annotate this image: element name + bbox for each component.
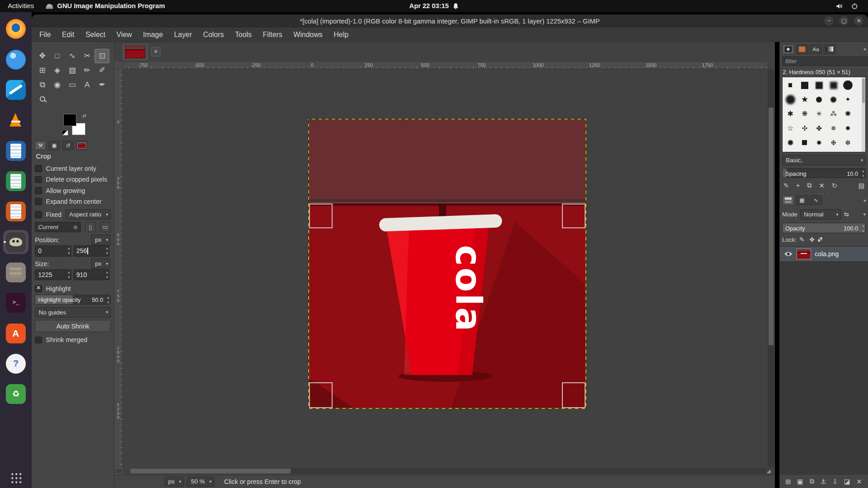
- tab-tool-options[interactable]: ⚒: [35, 141, 46, 150]
- lock-pixels-icon[interactable]: ✎: [799, 236, 804, 243]
- tool-paintbrush[interactable]: ✐: [94, 63, 109, 78]
- zoom-dropdown[interactable]: 50 %: [187, 477, 214, 487]
- minimize-button[interactable]: −: [824, 16, 834, 26]
- brush-item[interactable]: ✻: [841, 136, 855, 150]
- layer-name[interactable]: cola.png: [815, 250, 839, 258]
- position-unit-dropdown[interactable]: px: [91, 235, 111, 245]
- brush-item[interactable]: ☆: [783, 121, 797, 136]
- tab-brushes[interactable]: [782, 44, 794, 54]
- brush-item[interactable]: ✸: [841, 121, 855, 136]
- highlight-checkbox[interactable]: [35, 285, 42, 292]
- tool-eraser[interactable]: ▭: [65, 77, 80, 92]
- tab-gradients[interactable]: [824, 44, 836, 54]
- menu-edit[interactable]: Edit: [57, 28, 80, 42]
- tab-image-thumb[interactable]: [76, 141, 87, 150]
- layer-row[interactable]: cola.png: [780, 247, 868, 262]
- vertical-scrollbar[interactable]: [768, 70, 774, 467]
- add-layer-mask-icon[interactable]: ◪: [844, 478, 850, 485]
- brush-item[interactable]: ✱: [783, 107, 797, 121]
- highlight-opacity-slider[interactable]: Highlight opacity 50.0: [35, 295, 111, 305]
- focused-app-indicator[interactable]: GNU Image Manipulation Program: [45, 2, 165, 9]
- auto-shrink-button[interactable]: Auto Shrink: [35, 320, 111, 332]
- brush-item[interactable]: [812, 78, 826, 93]
- tool-unified-transform[interactable]: ⊞: [35, 63, 50, 78]
- tool-text[interactable]: A: [80, 77, 94, 92]
- dock-item-terminal[interactable]: >_: [3, 291, 28, 315]
- menu-file[interactable]: File: [34, 28, 57, 42]
- size-height-field[interactable]: 910: [73, 269, 110, 280]
- menu-colors[interactable]: Colors: [198, 28, 229, 42]
- current-layer-only-checkbox[interactable]: [35, 165, 42, 172]
- dock-item-vscode[interactable]: [3, 78, 28, 102]
- guides-dropdown[interactable]: No guides: [35, 307, 111, 318]
- brush-item[interactable]: ✣: [797, 121, 812, 136]
- dock-item-software-updater[interactable]: ♻: [3, 382, 28, 406]
- allow-growing-checkbox[interactable]: [35, 187, 42, 194]
- shrink-merged-checkbox[interactable]: [35, 337, 42, 344]
- tool-free-select[interactable]: ∿: [65, 49, 80, 63]
- ruler-corner[interactable]: [114, 62, 123, 69]
- menu-view[interactable]: View: [111, 28, 137, 42]
- maximize-button[interactable]: ▢: [839, 16, 849, 26]
- open-brush-as-image-icon[interactable]: ▤: [859, 182, 865, 189]
- dock-item-libreoffice-impress[interactable]: [3, 200, 28, 224]
- brush-item[interactable]: [797, 136, 812, 150]
- spin-arrows[interactable]: [107, 295, 109, 305]
- dock-item-libreoffice-writer[interactable]: [3, 139, 28, 163]
- brush-filter-input[interactable]: [782, 56, 868, 66]
- gimp-title-bar[interactable]: *[cola] (imported)-1.0 (RGB color 8-bit …: [32, 14, 868, 28]
- brush-item[interactable]: [783, 136, 797, 150]
- brush-item[interactable]: [826, 93, 841, 107]
- delete-cropped-pixels-checkbox[interactable]: [35, 176, 42, 183]
- position-y-field[interactable]: 256: [73, 245, 110, 256]
- dock-item-app-center[interactable]: A: [3, 321, 28, 345]
- image-tab-close-button[interactable]: ✕: [151, 47, 160, 56]
- brush-item[interactable]: ★: [797, 93, 812, 107]
- tab-patterns[interactable]: [796, 44, 808, 54]
- menu-image[interactable]: Image: [137, 28, 169, 42]
- tab-channels[interactable]: ▦: [796, 195, 808, 205]
- dock-menu-icon[interactable]: ◂: [863, 46, 866, 52]
- dock-item-help[interactable]: ?: [3, 352, 28, 376]
- mode-switch-icon[interactable]: ⇆: [844, 211, 849, 218]
- aspect-ratio-entry[interactable]: Current ⊗: [35, 222, 81, 232]
- menu-filters[interactable]: Filters: [257, 28, 288, 42]
- dock-grip[interactable]: [782, 189, 866, 195]
- swap-colors-icon[interactable]: ⇄: [82, 113, 86, 119]
- tool-pencil[interactable]: ✏: [80, 63, 94, 78]
- tool-paths[interactable]: ✒: [94, 77, 109, 92]
- dock-item-thunderbird[interactable]: [3, 47, 28, 71]
- landscape-orientation-button[interactable]: ▭: [100, 222, 111, 232]
- position-x-field[interactable]: 0: [35, 245, 71, 256]
- tab-layers[interactable]: [782, 195, 794, 205]
- quick-mask-toggle[interactable]: [115, 468, 123, 474]
- edit-brush-icon[interactable]: ✎: [783, 182, 788, 189]
- mode-menu-icon[interactable]: ▾: [863, 211, 866, 217]
- size-width-field[interactable]: 1225: [35, 269, 71, 280]
- clock-button[interactable]: Apr 22 03:15: [409, 2, 458, 9]
- brush-item[interactable]: ✦: [841, 93, 855, 107]
- new-layer-icon[interactable]: ⊞: [785, 478, 791, 485]
- tool-clone[interactable]: ⧉: [35, 77, 50, 92]
- spin-arrows[interactable]: [68, 246, 70, 256]
- menu-windows[interactable]: Windows: [288, 28, 328, 42]
- canvas-image[interactable]: cola: [308, 119, 586, 409]
- brush-grid-scrollbar[interactable]: [862, 77, 866, 152]
- dock-item-firefox[interactable]: [3, 17, 28, 41]
- default-colors-icon[interactable]: [62, 130, 68, 136]
- show-applications-button[interactable]: [9, 471, 22, 483]
- brush-item[interactable]: ⁂: [826, 107, 841, 121]
- brush-item[interactable]: [812, 93, 826, 107]
- menu-layer[interactable]: Layer: [169, 28, 198, 42]
- close-button[interactable]: ✕: [854, 16, 863, 26]
- brush-item[interactable]: ✵: [826, 121, 841, 136]
- menu-select[interactable]: Select: [80, 28, 111, 42]
- clear-entry-icon[interactable]: ⊗: [73, 224, 78, 230]
- tool-rectangle-select[interactable]: □: [50, 49, 65, 63]
- brush-item[interactable]: ❋: [797, 107, 812, 121]
- brush-item[interactable]: ✳: [812, 107, 826, 121]
- foreground-color-swatch[interactable]: [63, 114, 76, 126]
- duplicate-layer-icon[interactable]: ⧉: [809, 478, 814, 485]
- refresh-brushes-icon[interactable]: ↻: [832, 182, 837, 189]
- horizontal-scrollbar-thumb[interactable]: [130, 469, 291, 474]
